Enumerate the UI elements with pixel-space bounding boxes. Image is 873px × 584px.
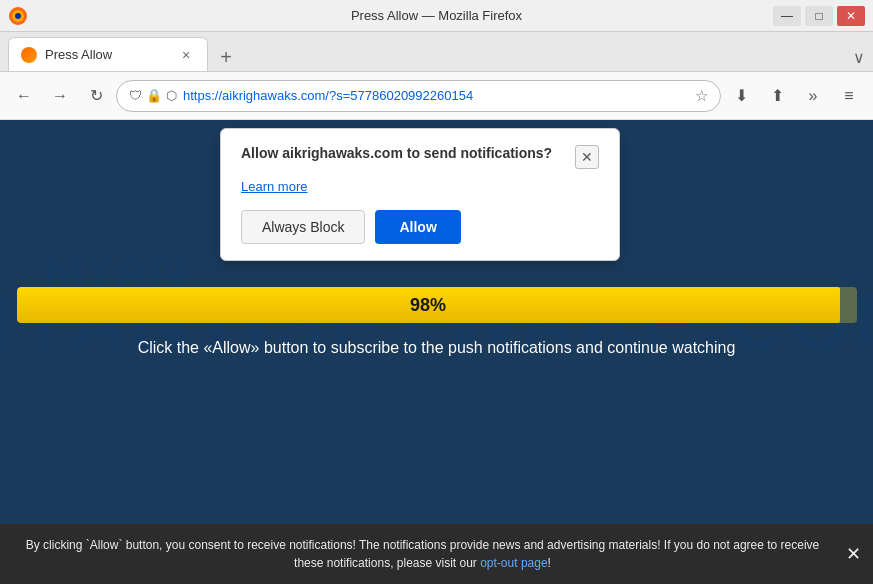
tab-bar-end: ∨ — [240, 48, 865, 71]
url-security-icons: 🛡 🔒 ⬡ — [129, 88, 177, 103]
close-window-button[interactable]: ✕ — [837, 6, 865, 26]
bottom-bar-close-button[interactable]: ✕ — [846, 543, 861, 565]
url-text: https://aikrighawaks.com/?s=577860209922… — [183, 88, 689, 103]
svg-point-2 — [15, 13, 21, 19]
active-tab[interactable]: Press Allow × — [8, 37, 208, 71]
nav-right-icons: ⬇ ⬆ » ≡ — [725, 80, 865, 112]
new-tab-button[interactable]: + — [212, 43, 240, 71]
page-content: MYANTISPYWARE.COM MYAN Allow aikrighawak… — [0, 120, 873, 524]
progress-cta-text: Click the «Allow» button to subscribe to… — [17, 339, 857, 357]
bottom-bar: By clicking `Allow` button, you consent … — [0, 524, 873, 584]
window-title: Press Allow — Mozilla Firefox — [351, 8, 522, 23]
popup-close-button[interactable]: ✕ — [575, 145, 599, 169]
tab-title: Press Allow — [45, 47, 169, 62]
lock-icon: 🔒 — [146, 88, 162, 103]
progress-bar-fill: 98% — [17, 287, 840, 323]
firefox-logo — [8, 6, 28, 26]
window-controls: — □ ✕ — [773, 6, 865, 26]
url-bar[interactable]: 🛡 🔒 ⬡ https://aikrighawaks.com/?s=577860… — [116, 80, 721, 112]
progress-percent-text: 98% — [410, 295, 446, 316]
progress-bar-background: 98% — [17, 287, 857, 323]
learn-more-link[interactable]: Learn more — [241, 179, 599, 194]
notification-popup: Allow aikrighawaks.com to send notificat… — [220, 128, 620, 261]
allow-button[interactable]: Allow — [375, 210, 460, 244]
minimize-button[interactable]: — — [773, 6, 801, 26]
share-button[interactable]: ⬆ — [761, 80, 793, 112]
popup-buttons: Always Block Allow — [241, 210, 599, 244]
tab-bar: Press Allow × + ∨ — [0, 32, 873, 72]
extensions-button[interactable]: » — [797, 80, 829, 112]
popup-header: Allow aikrighawaks.com to send notificat… — [241, 145, 599, 169]
bottom-bar-text: By clicking `Allow` button, you consent … — [12, 536, 833, 572]
popup-title: Allow aikrighawaks.com to send notificat… — [241, 145, 575, 161]
always-block-button[interactable]: Always Block — [241, 210, 365, 244]
forward-button[interactable]: → — [44, 80, 76, 112]
progress-container: 98% Click the «Allow» button to subscrib… — [17, 287, 857, 357]
title-bar-left — [8, 6, 28, 26]
opt-out-link[interactable]: opt-out page — [480, 556, 547, 570]
tracking-protection-icon: 🛡 — [129, 88, 142, 103]
title-bar: Press Allow — Mozilla Firefox — □ ✕ — [0, 0, 873, 32]
back-button[interactable]: ← — [8, 80, 40, 112]
menu-button[interactable]: ≡ — [833, 80, 865, 112]
bookmark-star-icon[interactable]: ☆ — [695, 87, 708, 105]
tab-close-button[interactable]: × — [177, 46, 195, 64]
navigation-bar: ← → ↻ 🛡 🔒 ⬡ https://aikrighawaks.com/?s=… — [0, 72, 873, 120]
reload-button[interactable]: ↻ — [80, 80, 112, 112]
tab-favicon — [21, 47, 37, 63]
info-icon: ⬡ — [166, 88, 177, 103]
tab-list-arrow[interactable]: ∨ — [853, 48, 865, 67]
maximize-button[interactable]: □ — [805, 6, 833, 26]
pocket-button[interactable]: ⬇ — [725, 80, 757, 112]
